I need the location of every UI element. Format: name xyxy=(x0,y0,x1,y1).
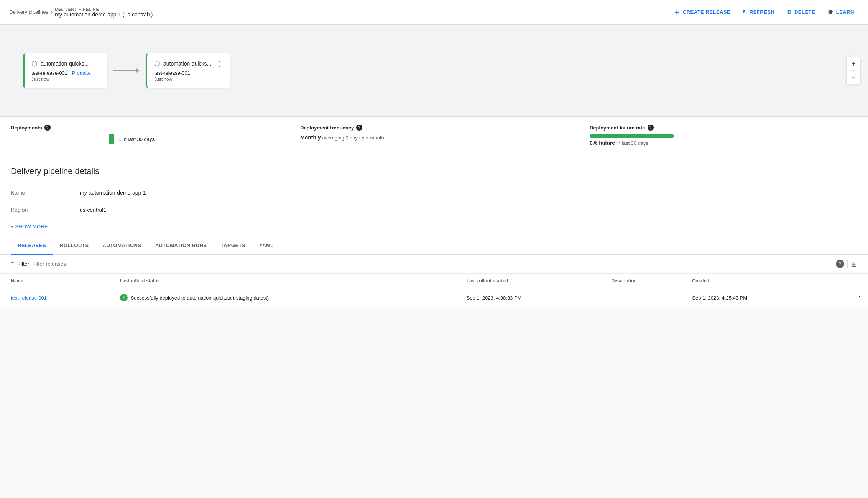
deployments-count: 1 in last 30 days xyxy=(118,136,155,142)
create-release-label: CREATE RELEASE xyxy=(683,9,731,15)
node-1-release: test-release-001 Promote xyxy=(31,70,100,76)
node-1-title: automation-quicks... xyxy=(41,61,89,67)
zoom-in-button[interactable]: + xyxy=(847,57,860,70)
failure-value: 0% failure in last 30 days xyxy=(590,140,857,146)
breadcrumb-separator: › xyxy=(51,9,53,16)
details-key: Region xyxy=(11,201,80,219)
release-status-text: Successfully deployed to automation-quic… xyxy=(131,295,269,301)
create-release-button[interactable]: ＋ CREATE RELEASE xyxy=(669,5,735,20)
frequency-help-icon[interactable]: ? xyxy=(356,124,362,131)
frequency-label: Deployment frequency ? xyxy=(300,124,568,131)
delete-button[interactable]: 🗑 DELETE xyxy=(782,6,820,18)
arrow-line xyxy=(113,70,136,71)
details-table: Namemy-automation-demo-app-1Regionus-cen… xyxy=(11,184,279,218)
release-status-cell: Successfully deployed to automation-quic… xyxy=(114,288,460,307)
arrow-head xyxy=(136,68,140,73)
metric-frequency: Deployment frequency ? Monthly averaging… xyxy=(289,117,579,154)
metrics-row: Deployments ? 1 in last 30 days Deployme… xyxy=(0,116,868,154)
node-2-more-button[interactable]: ⋮ xyxy=(216,60,223,67)
details-value: my-automation-demo-app-1 xyxy=(80,184,279,201)
node-1-icon: ⬡ xyxy=(31,59,38,68)
section-title: Delivery pipeline details xyxy=(11,166,857,176)
col-status: Last rollout status xyxy=(114,274,460,288)
tab-automations[interactable]: AUTOMATIONS xyxy=(96,237,148,255)
pipeline-arrow xyxy=(107,68,146,73)
filter-right: ? ⊞ xyxy=(836,259,857,269)
learn-icon: 🎓 xyxy=(827,9,834,15)
col-description: Description xyxy=(605,274,686,288)
zoom-out-button[interactable]: − xyxy=(847,71,860,85)
show-more-label: SHOW MORE xyxy=(15,224,48,229)
tabs-bar: RELEASESROLLOUTSAUTOMATIONSAUTOMATION RU… xyxy=(0,237,868,255)
node-1-time: Just now xyxy=(31,77,100,82)
details-section: Delivery pipeline details Namemy-automat… xyxy=(0,154,868,237)
node-1-more-button[interactable]: ⋮ xyxy=(94,60,100,67)
release-more-button[interactable]: ⋮ xyxy=(831,288,868,307)
col-name: Name xyxy=(0,274,114,288)
deployments-help-icon[interactable]: ? xyxy=(44,124,51,131)
tab-releases[interactable]: RELEASES xyxy=(11,237,53,255)
filter-bar: ≡ Filter ? ⊞ xyxy=(0,255,868,274)
metric-failure: Deployment failure rate ? 0% failure in … xyxy=(579,117,868,154)
filter-icon: ≡ xyxy=(11,260,14,267)
create-release-plus-icon: ＋ xyxy=(673,8,681,17)
filter-divider xyxy=(847,260,848,268)
refresh-button[interactable]: ↻ REFRESH xyxy=(738,6,779,18)
breadcrumb-current: DELIVERY PIPELINE my-automation-demo-app… xyxy=(55,7,153,18)
dash-lines xyxy=(11,134,114,144)
filter-left: ≡ Filter xyxy=(11,260,99,267)
failure-bar-fill xyxy=(590,134,674,138)
pipeline-name: my-automation-demo-app-1 (us-central1) xyxy=(55,11,153,18)
col-created[interactable]: Created ↓ xyxy=(686,274,831,288)
chevron-down-icon: ▾ xyxy=(11,224,13,229)
filter-label: Filter xyxy=(17,261,29,267)
refresh-label: REFRESH xyxy=(750,9,775,15)
frequency-value: Monthly averaging 0 days per month xyxy=(300,134,568,141)
refresh-icon: ↻ xyxy=(743,9,747,15)
failure-bar-track xyxy=(590,134,674,138)
pipeline-label: DELIVERY PIPELINE xyxy=(55,7,153,11)
tab-targets[interactable]: TARGETS xyxy=(214,237,253,255)
top-bar: Delivery pipelines › DELIVERY PIPELINE m… xyxy=(0,0,868,25)
delete-label: DELETE xyxy=(794,9,815,15)
failure-label: Deployment failure rate ? xyxy=(590,124,857,131)
filter-input[interactable] xyxy=(32,261,99,267)
col-actions xyxy=(831,274,868,288)
learn-button[interactable]: 🎓 LEARN xyxy=(823,6,859,18)
node-2-header: ⬡ automation-quicks... ⋮ xyxy=(154,59,223,68)
release-started-cell: Sep 1, 2023, 4:30:33 PM xyxy=(460,288,605,307)
table-row: test-release-001 Successfully deployed t… xyxy=(0,288,868,307)
node-1-title-wrap: ⬡ automation-quicks... xyxy=(31,59,89,68)
top-actions: ＋ CREATE RELEASE ↻ REFRESH 🗑 DELETE 🎓 LE… xyxy=(669,5,859,20)
sort-icon: ↓ xyxy=(711,278,714,283)
details-key: Name xyxy=(11,184,80,201)
node-2-time: Just now xyxy=(154,77,223,82)
tab-yaml[interactable]: YAML xyxy=(252,237,281,255)
details-row: Regionus-central1 xyxy=(11,201,279,219)
node-2-release: test-release-001 xyxy=(154,70,223,76)
releases-table: NameLast rollout statusLast rollout star… xyxy=(0,274,868,307)
failure-help-icon[interactable]: ? xyxy=(648,124,654,131)
column-toggle-button[interactable]: ⊞ xyxy=(851,259,857,269)
deployments-label: Deployments ? xyxy=(11,124,278,131)
node-2-title: automation-quicks... xyxy=(163,61,211,67)
learn-label: LEARN xyxy=(836,9,854,15)
release-created-cell: Sep 1, 2023, 4:25:43 PM xyxy=(686,288,831,307)
release-description-cell xyxy=(605,288,686,307)
show-more-button[interactable]: ▾ SHOW MORE xyxy=(11,218,857,237)
release-link[interactable]: test-release-001 xyxy=(11,295,47,301)
node-1-header: ⬡ automation-quicks... ⋮ xyxy=(31,59,100,68)
tab-automation-runs[interactable]: AUTOMATION RUNS xyxy=(148,237,214,255)
metric-deployments: Deployments ? 1 in last 30 days xyxy=(0,117,289,154)
pipeline-canvas: ⬡ automation-quicks... ⋮ test-release-00… xyxy=(0,25,868,116)
filter-help-icon[interactable]: ? xyxy=(836,260,844,268)
node-2-icon: ⬡ xyxy=(154,59,160,68)
node-1-promote-button[interactable]: Promote xyxy=(72,70,91,76)
pipeline-node-2: ⬡ automation-quicks... ⋮ test-release-00… xyxy=(146,53,230,88)
details-value: us-central1 xyxy=(80,201,279,219)
table-header: NameLast rollout statusLast rollout star… xyxy=(0,274,868,288)
delivery-pipelines-link[interactable]: Delivery pipelines xyxy=(9,9,48,15)
tab-rollouts[interactable]: ROLLOUTS xyxy=(53,237,96,255)
pipeline-nodes: ⬡ automation-quicks... ⋮ test-release-00… xyxy=(23,53,230,88)
release-name-cell: test-release-001 xyxy=(0,288,114,307)
